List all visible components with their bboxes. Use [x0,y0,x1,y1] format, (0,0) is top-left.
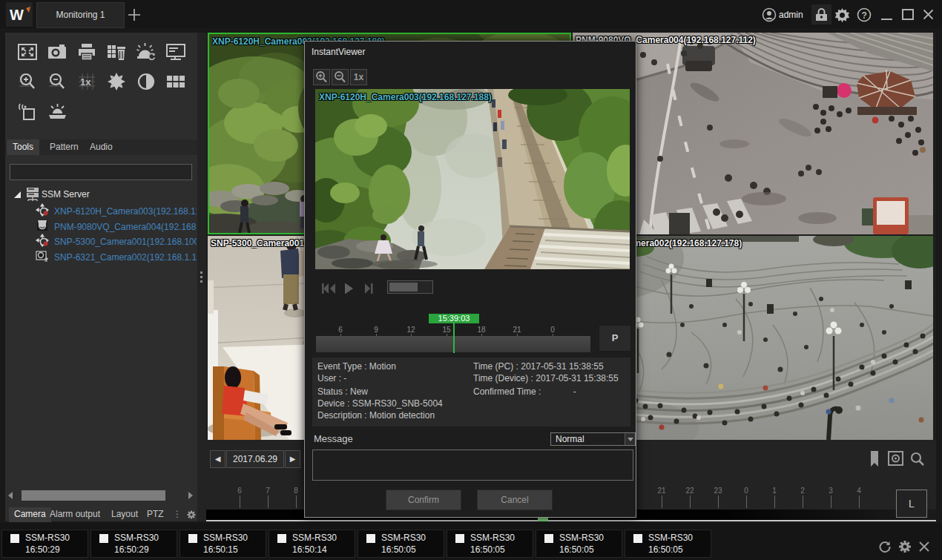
svg-text:?: ? [862,10,867,21]
svg-text:W: W [10,7,24,23]
svg-text:1x: 1x [80,76,91,88]
